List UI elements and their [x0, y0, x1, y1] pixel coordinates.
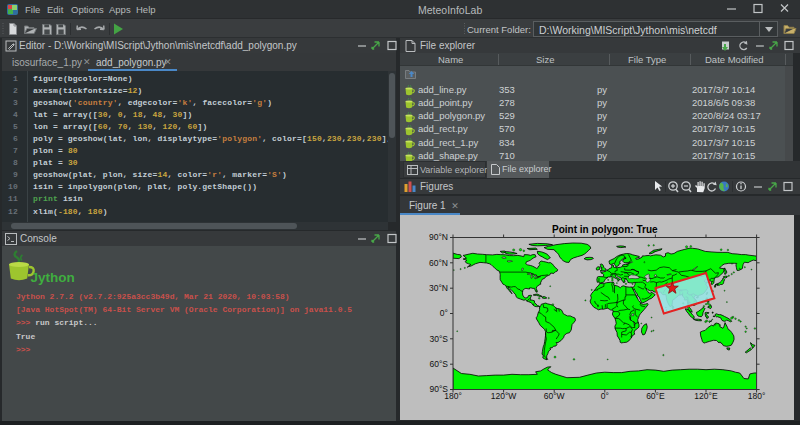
svg-text:90°N: 90°N	[429, 232, 448, 242]
svg-text:Point in polygon: True: Point in polygon: True	[552, 224, 658, 235]
svg-text:60°S: 60°S	[429, 359, 448, 369]
svg-text:60°W: 60°W	[544, 391, 565, 401]
svg-text:120°E: 120°E	[694, 391, 718, 401]
svg-text:180°: 180°	[444, 391, 462, 401]
svg-text:0°: 0°	[601, 391, 609, 401]
svg-text:30°S: 30°S	[429, 334, 448, 344]
svg-text:60°E: 60°E	[646, 391, 665, 401]
svg-text:Jython: Jython	[31, 270, 75, 285]
svg-text:120°W: 120°W	[491, 391, 517, 401]
svg-text:180°: 180°	[748, 391, 766, 401]
svg-text:0°: 0°	[440, 308, 448, 318]
svg-text:60°N: 60°N	[429, 258, 448, 268]
svg-text:30°N: 30°N	[429, 283, 448, 293]
